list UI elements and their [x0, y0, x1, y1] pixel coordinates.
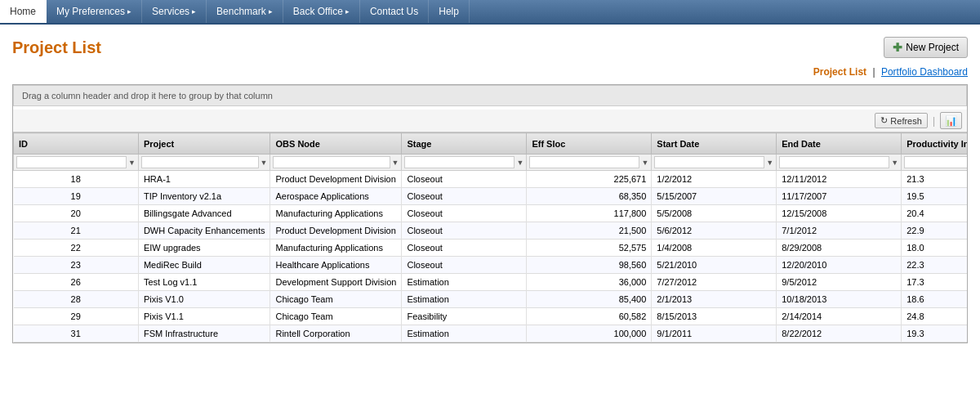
cell-project: Pixis V1.1 — [138, 308, 270, 325]
nav-backoffice[interactable]: Back Office ▸ — [283, 0, 360, 23]
filter-stage-icon[interactable]: ▼ — [516, 159, 523, 167]
filter-stage-input[interactable] — [404, 156, 514, 168]
nav-services[interactable]: Services ▸ — [142, 0, 207, 23]
table-row: 31FSM InfrastructureRintell CorporationE… — [14, 325, 968, 343]
cell-id: 29 — [14, 308, 139, 325]
filter-project: ▼ — [138, 154, 270, 171]
cell-end: 2/14/2014 — [777, 308, 902, 325]
filter-start-input[interactable] — [654, 156, 764, 168]
cell-stage: Closeout — [402, 240, 527, 257]
filter-project-icon[interactable]: ▼ — [261, 159, 268, 167]
col-header-project[interactable]: Project — [138, 133, 270, 154]
filter-id-icon[interactable]: ▼ — [128, 159, 136, 167]
new-project-button[interactable]: ✚ New Project — [884, 37, 968, 58]
cell-start: 5/21/2010 — [652, 257, 777, 274]
cell-obs: Chicago Team — [270, 308, 402, 325]
cell-id: 26 — [14, 274, 139, 291]
filter-start-icon[interactable]: ▼ — [766, 159, 773, 167]
nav-home[interactable]: Home — [0, 0, 47, 23]
col-header-end[interactable]: End Date — [777, 133, 902, 154]
breadcrumb-portfolio-link[interactable]: Portfolio Dashboard — [881, 66, 968, 78]
nav-help[interactable]: Help — [429, 0, 470, 23]
nav-services-arrow: ▸ — [192, 7, 196, 16]
cell-project: TIP Inventory v2.1a — [138, 188, 270, 205]
col-header-obs[interactable]: OBS Node — [270, 133, 402, 154]
nav-benchmark[interactable]: Benchmark ▸ — [207, 0, 283, 23]
cell-stage: Estimation — [402, 325, 527, 343]
table-row: 23MediRec BuildHealthcare ApplicationsCl… — [14, 257, 968, 274]
nav-preferences-label: My Preferences — [56, 6, 125, 17]
cell-start: 9/1/2011 — [652, 325, 777, 343]
cell-prod: 19.5 — [902, 188, 967, 205]
nav-preferences[interactable]: My Preferences ▸ — [47, 0, 142, 23]
cell-obs: Manufacturing Applications — [270, 205, 402, 222]
cell-eff: 98,560 — [527, 257, 652, 274]
filter-obs: ▼ — [270, 154, 402, 171]
nav-contact[interactable]: Contact Us — [360, 0, 429, 23]
col-prod-label: Productivity Inde — [906, 139, 967, 149]
table-row: 29Pixis V1.1Chicago TeamFeasibility60,58… — [14, 308, 968, 325]
filter-end-icon[interactable]: ▼ — [891, 159, 898, 167]
refresh-button[interactable]: ↻ Refresh — [875, 113, 928, 128]
cell-obs: Healthcare Applications — [270, 257, 402, 274]
filter-eff-input[interactable] — [529, 156, 639, 168]
main-content: Project List ✚ New Project Project List … — [0, 25, 980, 352]
refresh-icon: ↻ — [880, 115, 888, 126]
cell-start: 1/4/2008 — [652, 240, 777, 257]
filter-obs-input[interactable] — [273, 156, 390, 168]
col-header-id[interactable]: ID — [14, 133, 139, 154]
cell-eff: 21,500 — [527, 222, 652, 240]
nav-home-label: Home — [10, 6, 36, 17]
filter-eff-icon[interactable]: ▼ — [641, 159, 648, 167]
filter-project-input[interactable] — [141, 156, 259, 168]
cell-stage: Closeout — [402, 222, 527, 240]
cell-project: FSM Infrastructure — [138, 325, 270, 343]
cell-start: 5/15/2007 — [652, 188, 777, 205]
nav-backoffice-arrow: ▸ — [345, 7, 350, 16]
cell-id: 21 — [14, 222, 139, 240]
cell-obs: Manufacturing Applications — [270, 240, 402, 257]
cell-prod: 19.3 — [902, 325, 967, 343]
cell-start: 5/6/2012 — [652, 222, 777, 240]
filter-stage: ▼ — [402, 154, 527, 171]
cell-id: 31 — [14, 325, 139, 343]
cell-obs: Product Development Division — [270, 222, 402, 240]
nav-contact-label: Contact Us — [370, 6, 418, 17]
cell-start: 5/5/2008 — [652, 205, 777, 222]
column-header-row: ID Project OBS Node Stage Eff Sloc Start… — [14, 133, 968, 154]
filter-end-input[interactable] — [779, 156, 889, 168]
toolbar-separator: | — [933, 115, 935, 127]
table-row: 19TIP Inventory v2.1aAerospace Applicati… — [14, 188, 968, 205]
cell-id: 19 — [14, 188, 139, 205]
cell-project: EIW upgrades — [138, 240, 270, 257]
cell-obs: Product Development Division — [270, 171, 402, 188]
group-drag-header: Drag a column header and drop it here to… — [13, 85, 967, 106]
breadcrumb-separator: | — [872, 66, 875, 78]
cell-project: DWH Capacity Enhancements — [138, 222, 270, 240]
col-header-prod[interactable]: Productivity Inde ▼ — [902, 133, 967, 154]
cell-end: 8/29/2008 — [777, 240, 902, 257]
cell-stage: Closeout — [402, 188, 527, 205]
filter-prod-input[interactable] — [904, 156, 967, 168]
cell-project: Billingsgate Advanced — [138, 205, 270, 222]
filter-row: ▼ ▼ ▼ — [14, 154, 968, 171]
cell-start: 7/27/2012 — [652, 274, 777, 291]
nav-bar: Home My Preferences ▸ Services ▸ Benchma… — [0, 0, 980, 25]
col-header-start[interactable]: Start Date — [652, 133, 777, 154]
cell-end: 8/22/2012 — [777, 325, 902, 343]
cell-stage: Estimation — [402, 274, 527, 291]
col-header-eff[interactable]: Eff Sloc — [527, 133, 652, 154]
filter-eff: ▼ — [527, 154, 652, 171]
filter-start: ▼ — [652, 154, 777, 171]
breadcrumb: Project List | Portfolio Dashboard — [12, 66, 968, 78]
page-title: Project List — [12, 38, 101, 57]
filter-obs-icon[interactable]: ▼ — [392, 159, 399, 167]
cell-project: MediRec Build — [138, 257, 270, 274]
export-button[interactable]: 📊 — [940, 112, 962, 129]
cell-id: 20 — [14, 205, 139, 222]
cell-end: 11/17/2007 — [777, 188, 902, 205]
cell-prod: 22.3 — [902, 257, 967, 274]
filter-id-input[interactable] — [16, 156, 127, 168]
filter-id: ▼ — [14, 154, 139, 171]
col-header-stage[interactable]: Stage — [402, 133, 527, 154]
